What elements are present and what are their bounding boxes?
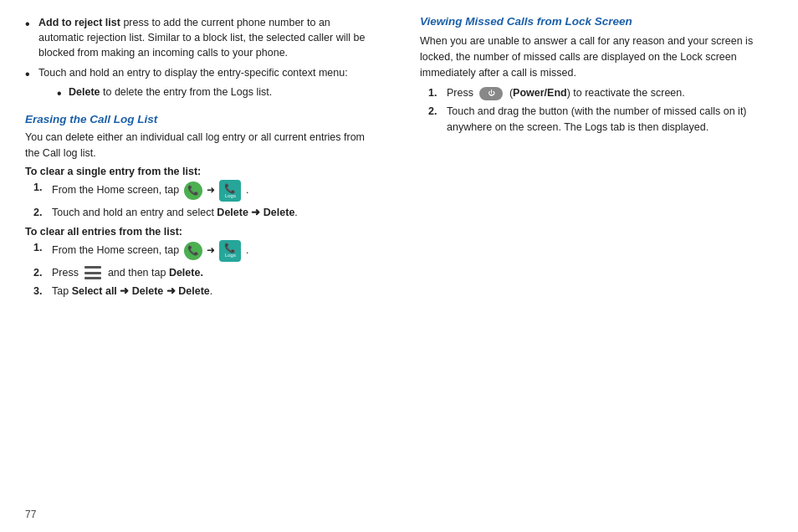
- menu-line-2: [84, 272, 101, 274]
- single-entry-steps: 1. From the Home screen, tap 📞 ➜ 📞 Logs: [33, 180, 378, 220]
- viewing-body: When you are unable to answer a call for…: [420, 33, 773, 80]
- logs-icon-2: 📞 Logs: [219, 240, 241, 262]
- all-step-2-text: Press and then tap Delete.: [52, 265, 378, 280]
- bullet-add-reject: • Add to reject list press to add the cu…: [25, 15, 378, 60]
- all-entries-heading: To clear all entries from the list:: [25, 226, 378, 238]
- logs-label-2: Logs: [225, 253, 236, 258]
- logs-icon-1: 📞 Logs: [219, 180, 241, 202]
- viewing-step-2-text: Touch and drag the button (with the numb…: [447, 104, 773, 134]
- single-step-1-text: From the Home screen, tap 📞 ➜ 📞 Logs .: [52, 180, 378, 202]
- bullet-text-1: Add to reject list press to add the curr…: [38, 15, 378, 60]
- single-entry-heading: To clear a single entry from the list:: [25, 166, 378, 177]
- phone-green-1: 📞: [184, 182, 202, 200]
- logs-phone-sym-2: 📞: [224, 243, 236, 253]
- all-step-2: 2. Press and then tap Delete.: [33, 265, 378, 280]
- viewing-step-1-num: 1.: [428, 85, 447, 100]
- all-step-3-bold: Select all ➜ Delete ➜ Delete: [72, 285, 210, 297]
- all-step-1-text: From the Home screen, tap 📞 ➜ 📞 Logs .: [52, 240, 378, 262]
- menu-line-3: [84, 277, 101, 279]
- bullet-dot-2: •: [25, 65, 37, 84]
- bullet-text-2-wrapper: Touch and hold an entry to display the e…: [38, 65, 348, 106]
- right-column: Viewing Missed Calls from Lock Screen Wh…: [412, 15, 773, 517]
- single-step-2: 2. Touch and hold an entry and select De…: [33, 205, 378, 220]
- phone-icon-1: 📞: [184, 182, 202, 200]
- logs-teal-1: 📞 Logs: [219, 180, 241, 202]
- content-columns: • Add to reject list press to add the cu…: [25, 15, 773, 517]
- bullet-section: • Add to reject list press to add the cu…: [25, 15, 378, 106]
- all-step-3-text: Tap Select all ➜ Delete ➜ Delete.: [52, 284, 378, 299]
- power-end-bold: Power/End: [513, 87, 567, 99]
- bold-add-reject: Add to reject list: [38, 17, 120, 28]
- single-step-2-bold: Delete ➜ Delete: [217, 207, 294, 218]
- arrow-2: ➜: [207, 244, 217, 256]
- single-step-2-num: 2.: [33, 205, 52, 220]
- all-step-2-num: 2.: [33, 265, 52, 280]
- page: • Add to reject list press to add the cu…: [0, 0, 798, 532]
- logs-label-1: Logs: [225, 193, 236, 198]
- phone-icon-2: 📞: [184, 242, 202, 260]
- sub-bullet-dot: •: [57, 84, 69, 103]
- single-step-1: 1. From the Home screen, tap 📞 ➜ 📞 Logs: [33, 180, 378, 202]
- viewing-steps: 1. Press ⏻ (Power/End) to reactivate the…: [428, 85, 773, 134]
- sub-bold-delete: Delete: [69, 86, 100, 98]
- arrow-1: ➜: [207, 185, 217, 197]
- erasing-body: You can delete either an individual call…: [25, 130, 378, 161]
- power-icon: ⏻: [479, 87, 503, 100]
- logs-teal-2: 📞 Logs: [219, 240, 241, 262]
- all-step-3: 3. Tap Select all ➜ Delete ➜ Delete.: [33, 284, 378, 299]
- single-step-1-num: 1.: [33, 180, 52, 195]
- menu-icon-wrapper: [83, 266, 103, 279]
- viewing-step-2: 2. Touch and drag the button (with the n…: [428, 104, 773, 134]
- left-column: • Add to reject list press to add the cu…: [25, 15, 386, 517]
- all-step-3-num: 3.: [33, 284, 52, 299]
- viewing-heading: Viewing Missed Calls from Lock Screen: [420, 15, 773, 28]
- viewing-step-1: 1. Press ⏻ (Power/End) to reactivate the…: [428, 85, 773, 100]
- menu-line-1: [84, 266, 101, 269]
- sub-text-delete: to delete the entry from the Logs list.: [100, 86, 273, 98]
- logs-phone-sym-1: 📞: [224, 184, 236, 193]
- bullet-text-2: Touch and hold an entry to display the e…: [38, 67, 348, 79]
- page-number: 77: [25, 509, 36, 520]
- sub-bullet-delete: • Delete to delete the entry from the Lo…: [57, 84, 348, 103]
- all-entries-steps: 1. From the Home screen, tap 📞 ➜ 📞 Logs: [33, 240, 378, 299]
- bullet-dot-1: •: [25, 15, 37, 33]
- sub-bullet-text: Delete to delete the entry from the Logs…: [69, 84, 272, 100]
- power-icon-wrapper: ⏻: [478, 87, 504, 100]
- bullet-touch-hold: • Touch and hold an entry to display the…: [25, 65, 378, 106]
- erasing-heading: Erasing the Call Log List: [25, 113, 378, 125]
- all-step-1-num: 1.: [33, 240, 52, 255]
- viewing-step-1-text: Press ⏻ (Power/End) to reactivate the sc…: [447, 85, 773, 100]
- all-step-1: 1. From the Home screen, tap 📞 ➜ 📞 Logs: [33, 240, 378, 262]
- menu-icon: [84, 266, 101, 279]
- all-step-2-bold: Delete.: [169, 267, 203, 279]
- single-step-2-text: Touch and hold an entry and select Delet…: [52, 205, 378, 220]
- viewing-step-2-num: 2.: [428, 104, 447, 119]
- phone-green-2: 📞: [184, 242, 202, 260]
